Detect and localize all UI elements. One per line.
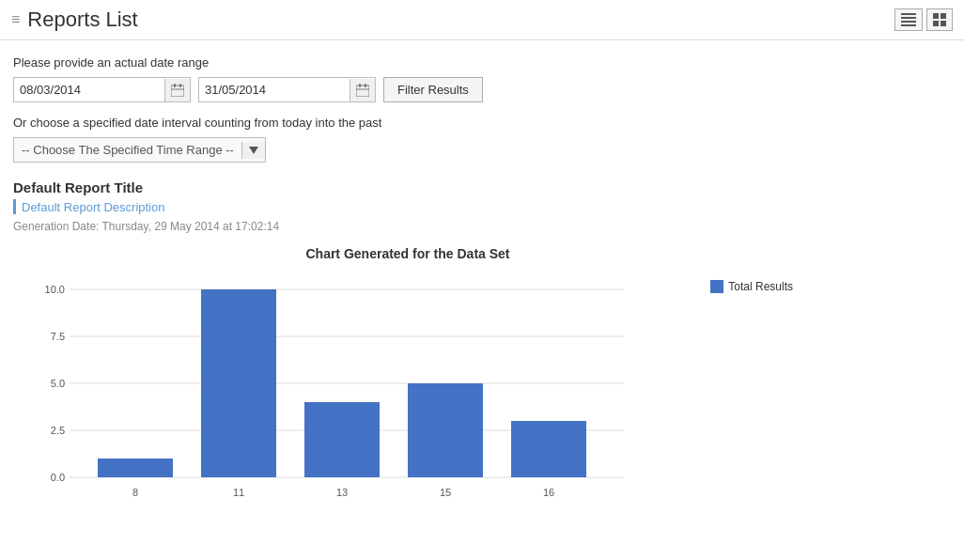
report-description: Default Report Description bbox=[22, 200, 164, 214]
svg-rect-9 bbox=[174, 84, 176, 87]
end-date-calendar-button[interactable] bbox=[350, 79, 375, 101]
svg-text:11: 11 bbox=[233, 487, 244, 498]
svg-text:16: 16 bbox=[543, 487, 554, 498]
svg-rect-7 bbox=[941, 21, 946, 26]
calendar-icon-2 bbox=[356, 84, 369, 97]
main-content: Please provide an actual date range bbox=[0, 40, 964, 530]
menu-icon: ≡ bbox=[11, 11, 20, 28]
svg-rect-27 bbox=[98, 459, 173, 477]
legend-label: Total Results bbox=[728, 280, 793, 293]
bar-chart: 10.0 7.5 5.0 2.5 0.0 8 11 bbox=[23, 271, 661, 515]
chart-main: 10.0 7.5 5.0 2.5 0.0 8 11 bbox=[23, 271, 692, 515]
legend-item-total: Total Results bbox=[710, 280, 793, 293]
report-section: Default Report Title Default Report Desc… bbox=[13, 179, 951, 214]
chart-area: Chart Generated for the Data Set 10.0 7.… bbox=[23, 246, 793, 515]
report-title: Default Report Title bbox=[13, 179, 951, 195]
date-filter-row: Filter Results bbox=[13, 77, 951, 102]
svg-text:7.5: 7.5 bbox=[51, 331, 65, 342]
svg-marker-16 bbox=[249, 147, 258, 154]
header: ≡ Reports List bbox=[0, 0, 964, 40]
grid-view-button[interactable] bbox=[926, 8, 953, 31]
chart-container: 10.0 7.5 5.0 2.5 0.0 8 11 bbox=[23, 271, 793, 515]
svg-text:5.0: 5.0 bbox=[51, 378, 65, 389]
time-range-row: -- Choose The Specified Time Range -- bbox=[13, 137, 951, 163]
svg-rect-14 bbox=[365, 84, 366, 87]
date-range-label: Please provide an actual date range bbox=[13, 55, 951, 70]
time-range-select-wrap: -- Choose The Specified Time Range -- bbox=[13, 137, 266, 163]
chart-title: Chart Generated for the Data Set bbox=[23, 246, 793, 261]
report-desc-row: Default Report Description bbox=[13, 199, 951, 214]
legend-color-swatch bbox=[710, 280, 723, 293]
chevron-down-icon bbox=[249, 147, 258, 154]
svg-text:8: 8 bbox=[132, 487, 138, 498]
end-date-wrap bbox=[198, 77, 376, 102]
end-date-input[interactable] bbox=[199, 78, 350, 101]
svg-rect-4 bbox=[933, 13, 939, 19]
start-date-input[interactable] bbox=[14, 78, 164, 101]
svg-rect-8 bbox=[171, 86, 184, 97]
svg-rect-35 bbox=[511, 421, 586, 477]
svg-rect-12 bbox=[356, 86, 369, 97]
svg-rect-29 bbox=[201, 289, 276, 477]
interval-label: Or choose a specified date interval coun… bbox=[13, 116, 951, 130]
filter-results-button[interactable]: Filter Results bbox=[383, 77, 483, 102]
svg-rect-5 bbox=[941, 13, 946, 19]
svg-text:0.0: 0.0 bbox=[51, 472, 65, 483]
start-date-wrap bbox=[13, 77, 191, 102]
svg-text:10.0: 10.0 bbox=[45, 284, 65, 295]
report-desc-bar bbox=[13, 199, 16, 214]
grid-view-icon bbox=[933, 13, 946, 26]
time-range-selected-value: -- Choose The Specified Time Range -- bbox=[14, 138, 241, 162]
svg-rect-31 bbox=[304, 402, 380, 477]
svg-text:15: 15 bbox=[440, 487, 451, 498]
svg-text:2.5: 2.5 bbox=[51, 425, 65, 436]
chart-legend: Total Results bbox=[710, 271, 793, 293]
svg-rect-3 bbox=[901, 24, 916, 26]
generation-date: Generation Date: Thursday, 29 May 2014 a… bbox=[13, 220, 951, 233]
svg-rect-6 bbox=[933, 21, 939, 26]
svg-rect-1 bbox=[901, 17, 916, 19]
start-date-calendar-button[interactable] bbox=[164, 79, 190, 101]
svg-rect-33 bbox=[408, 383, 483, 477]
svg-rect-13 bbox=[359, 84, 361, 87]
svg-text:13: 13 bbox=[336, 487, 348, 498]
list-view-icon bbox=[901, 13, 916, 26]
header-left: ≡ Reports List bbox=[11, 8, 138, 32]
view-toggle bbox=[894, 8, 953, 31]
calendar-icon bbox=[171, 84, 184, 97]
page-title: Reports List bbox=[27, 8, 137, 32]
list-view-button[interactable] bbox=[894, 8, 923, 31]
svg-rect-0 bbox=[901, 13, 916, 15]
svg-rect-2 bbox=[901, 21, 916, 23]
time-range-dropdown-button[interactable] bbox=[241, 142, 265, 159]
svg-rect-10 bbox=[179, 84, 181, 87]
